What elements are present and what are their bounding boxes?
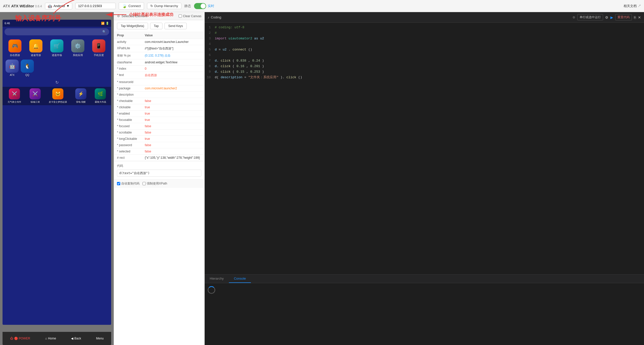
table-row: * checkable false	[114, 98, 204, 104]
app-item-atx[interactable]: 🤖 ATX	[6, 60, 19, 76]
reset-code-button[interactable]: 重置代码	[615, 14, 632, 20]
run-icon[interactable]: ▶	[610, 15, 613, 19]
dock-item-3[interactable]: 🐱 皮卡堂之梦想起源	[49, 88, 67, 104]
ip-input[interactable]	[75, 3, 116, 9]
parens-10: ()	[298, 75, 302, 79]
home-button[interactable]: ⌂ Home	[45, 337, 56, 340]
line-content-8: d. click ( 0.16 , 0.201 )	[215, 64, 642, 69]
code-editor[interactable]: 1 # coding: utf-8 2 # 3 import uiautomat…	[205, 23, 644, 274]
app-item-settings[interactable]: ⚙️ 系统应用	[68, 39, 87, 57]
var-u2: u2	[223, 48, 227, 51]
dock-icon-img-1: ⚔️	[12, 91, 17, 97]
table-row: activity com.microvirt.launcher.Launcher	[114, 39, 204, 45]
code-line-6: 6	[205, 52, 644, 58]
close-icon[interactable]: ✕	[638, 15, 641, 19]
app-item-qq[interactable]: 🐧 QQ	[21, 60, 34, 76]
clear-canvas-input[interactable]	[179, 14, 182, 18]
phone-status-icons: 📶 🔋	[101, 22, 109, 25]
power-button[interactable]: ⏻ 🔴 POWER	[10, 337, 30, 340]
clear-canvas-label: Clear Canvas	[183, 14, 201, 18]
line-num-10: 10	[207, 75, 215, 80]
dock-item-1[interactable]: ⚔️ 元气骑士传作	[8, 88, 21, 104]
app-item-baidu[interactable]: 📱 手机百度	[89, 39, 108, 57]
value-selected: false	[142, 148, 204, 155]
app-icon-zazixiyou: 🎮	[8, 39, 21, 52]
bottom-options: 自动复制代码 强制使用XPath	[114, 179, 204, 188]
auto-copy-input[interactable]	[117, 182, 120, 185]
copy-icon[interactable]: ⎘	[634, 15, 636, 19]
tab-console[interactable]: Console	[229, 275, 251, 283]
main-layout: 6:46 📶 🔋 🔍 🎮 自在西游	[0, 12, 644, 345]
value-coords[interactable]: (0.132, 0.278) 点击	[142, 52, 204, 59]
line-content-5: d = u2 . connect ()	[215, 47, 642, 52]
prop-package: * package	[114, 85, 142, 92]
var-d-7: d.	[215, 59, 219, 63]
back-button[interactable]: ◀ Back	[71, 337, 81, 340]
dock-label-3: 皮卡堂之梦想起源	[49, 100, 67, 104]
tab-hierarchy[interactable]: Hierarchy	[205, 275, 229, 283]
phone-screen[interactable]: 6:46 📶 🔋 🔍 🎮 自在西游	[3, 20, 111, 325]
value-clickable: true	[142, 104, 204, 111]
force-xpath-input[interactable]	[142, 182, 146, 185]
prop-password: * password	[114, 142, 142, 148]
auto-copy-checkbox[interactable]: 自动复制代码	[117, 181, 139, 186]
table-row: * enabled true	[114, 111, 204, 117]
app-label-market: 逍遥市场	[52, 54, 62, 57]
menu-button[interactable]: Menu	[96, 337, 104, 340]
dock-label-1: 元气骑士传作	[8, 100, 21, 104]
dock-item-4[interactable]: ⚡ 雷电·觉醒	[75, 88, 86, 104]
value-package: com.microvirt.launcher2	[142, 85, 204, 92]
line-content-1: # coding: utf-8	[215, 25, 642, 30]
phone-search-bar[interactable]: 🔍	[5, 28, 109, 35]
device-selector[interactable]: 🤖 Android ▼	[45, 3, 73, 9]
code-line-8: 8 d. click ( 0.16 , 0.201 )	[205, 64, 644, 69]
clear-canvas-checkbox[interactable]: Clear Canvas	[179, 14, 201, 18]
app-item-market[interactable]: 🛒 逍遥市场	[47, 39, 66, 57]
app-item-zazixiyou[interactable]: 🎮 自在西游	[6, 39, 25, 57]
force-xpath-checkbox[interactable]: 强制使用XPath	[142, 181, 167, 186]
qq-icon: 🐧	[24, 63, 31, 69]
app-label-nav: 途途导游	[31, 54, 41, 57]
back-label: Back	[74, 337, 81, 340]
table-row: * focused false	[114, 123, 204, 129]
dump-hierarchy-button[interactable]: ↻ Dump Hierarchy	[147, 3, 181, 9]
app-icon-nav: 🔔	[29, 39, 42, 52]
app-icon-qq: 🐧	[21, 60, 34, 73]
prop-coords: 坐标 % px	[114, 52, 142, 59]
code-line-7: 7 d. click ( 0.838 , 0.24 )	[205, 58, 644, 64]
doc-link[interactable]: 相关文档 ↗	[624, 4, 641, 8]
app-version: 0.6.4	[35, 5, 42, 8]
paren-open-8: (	[232, 64, 234, 68]
tap-button[interactable]: Tap	[150, 23, 162, 29]
single-run-button[interactable]: 单行或选中运行	[577, 14, 603, 20]
comma-8: ,	[246, 64, 250, 68]
refresh-center[interactable]: ↻	[3, 79, 111, 86]
prop-scrollable: * scrollable	[114, 129, 142, 136]
code-line-5: 5 d = u2 . connect ()	[205, 47, 644, 52]
toggle-switch[interactable]	[194, 3, 206, 9]
keyword-import: import	[215, 37, 229, 40]
code-line-1: 1 # coding: utf-8	[205, 25, 644, 30]
comment-2: #	[215, 31, 217, 35]
mode-toggle[interactable]: 实时	[194, 3, 214, 9]
app-item-nav[interactable]: 🔔 途途导游	[27, 39, 45, 57]
prop-focused: * focused	[114, 123, 142, 129]
dock-item-2[interactable]: ⚔️ 镇魂江湖	[30, 88, 41, 104]
code-input[interactable]	[117, 170, 201, 177]
prop-activity: activity	[114, 39, 142, 45]
dock-icon-img-3: 🐱	[55, 91, 61, 97]
func-connect: connect	[232, 48, 246, 51]
connect-button[interactable]: 🍃 Connect	[119, 2, 144, 10]
app-grid: 🎮 自在西游 🔔 途途导游 🛒 逍遥市场	[3, 37, 111, 60]
eq-10: =	[244, 75, 246, 79]
value-focused: false	[142, 123, 204, 129]
dock-item-5[interactable]: 🌿 霸陵大作战	[95, 88, 106, 104]
send-keys-button[interactable]: Send Keys	[164, 23, 187, 29]
power-icon: ⏻	[10, 337, 13, 340]
wifi-icon: 📶	[101, 22, 105, 25]
code-line-9: 9 d. click ( 0.15 , 0.253 )	[205, 69, 644, 75]
paren-close-9: )	[262, 70, 264, 74]
tap-widget-button[interactable]: Tap Widget(Beta)	[117, 23, 148, 29]
app-grid-row2: 🤖 ATX 🐧 QQ	[3, 60, 111, 79]
table-row: XPathLite //*[@text="自在西游"]	[114, 45, 204, 52]
